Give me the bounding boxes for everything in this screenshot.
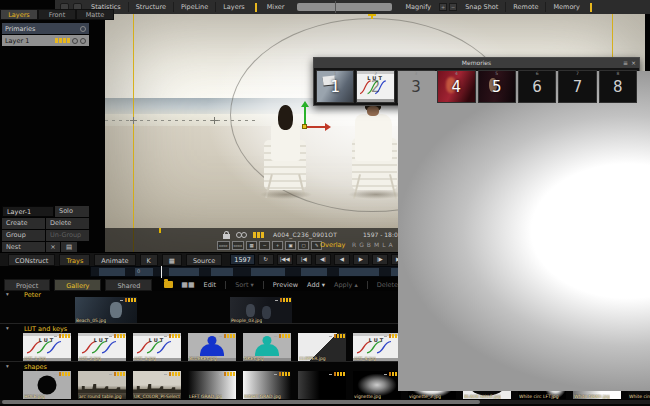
gallery-thumbnail[interactable]: Beach_05.jpg (75, 297, 137, 323)
layer-panel-tab-layers[interactable]: Layers (0, 9, 38, 20)
snapshot-button[interactable]: Snap Shot (458, 0, 505, 14)
shape-top-handle[interactable] (368, 14, 376, 16)
compare-split-icon[interactable]: ▭▭ (232, 241, 245, 250)
memory-slot-4[interactable]: 44 (437, 70, 475, 103)
gallery-thumbnail[interactable] (298, 371, 346, 399)
gallery-thumbnail[interactable]: RIGHT GRAD.jpg (243, 371, 291, 399)
memory-slot-7[interactable]: 77 (558, 70, 596, 103)
memory-slot-5[interactable]: 55 (478, 70, 516, 103)
thumbnail-grid-icon[interactable]: ▦▦ (181, 281, 194, 289)
mode-grid-icon[interactable]: ▦ (162, 254, 182, 266)
transport-play-reverse-button[interactable]: ◀ (334, 254, 350, 265)
transport-jump-start-button[interactable]: |◀◀ (277, 254, 293, 265)
ungroup-button[interactable]: Un-Group (46, 230, 89, 241)
edit-button[interactable]: Edit (204, 279, 217, 291)
memory-slot-8[interactable]: 88 (599, 70, 637, 103)
mix-view-icon[interactable]: ▦ (246, 241, 257, 250)
layer-panel-tab-matte[interactable]: Matte (76, 9, 114, 20)
lock-icon[interactable] (223, 231, 230, 239)
remote-button[interactable]: Remote (506, 0, 545, 14)
gallery-thumbnail[interactable]: BLUEKEY.jpg (188, 333, 236, 361)
magnify-minus-button[interactable]: − (449, 3, 457, 11)
gallery-thumbnail[interactable]: HOLE.jpg (23, 371, 71, 399)
primaries-row[interactable]: Primaries (2, 23, 89, 34)
transport-step-forward-button[interactable]: |▶ (372, 254, 388, 265)
gallery-tab-project[interactable]: Project (4, 279, 50, 291)
channel-m-button[interactable]: M (374, 241, 379, 248)
one-to-one-icon[interactable]: ▣ (285, 241, 296, 250)
group-button[interactable]: Group (2, 230, 45, 241)
gallery-thumbnail[interactable]: arc round table.jpg (78, 371, 126, 399)
memories-titlebar[interactable]: Memories ≡ × (314, 58, 639, 68)
solo-button[interactable]: Solo (55, 206, 89, 217)
folder-icon[interactable] (164, 281, 173, 288)
delete-tray-button[interactable]: Delete (377, 279, 398, 291)
channel-r-button[interactable]: R (352, 241, 356, 248)
zoom-out-icon[interactable]: − (259, 241, 270, 250)
collapse-icon[interactable]: ▾ (6, 325, 9, 331)
bypass-icon[interactable] (80, 38, 86, 44)
delete-button[interactable]: Delete (46, 218, 89, 229)
add-button[interactable]: Add ▾ (307, 279, 325, 291)
apply-button[interactable]: Apply ▴ (334, 279, 358, 291)
memories-menu-icon[interactable]: ≡ (623, 58, 628, 68)
memory-slot-1[interactable]: 11 (316, 70, 354, 103)
memories-close-icon[interactable]: × (631, 58, 636, 68)
gallery-thumbnail[interactable]: LEFT GRAD.jpg (188, 371, 236, 399)
transport-step-back-button[interactable]: ◀| (315, 254, 331, 265)
overlay-toggle[interactable]: Overlay (320, 241, 345, 249)
gizmo-x-axis[interactable] (306, 126, 326, 128)
memory-slot-6[interactable]: 66 (518, 70, 556, 103)
solo-icon[interactable] (72, 38, 78, 44)
preview-button[interactable]: Preview (273, 279, 298, 291)
gallery-thumbnail[interactable]: CLIPPER.jpg (298, 333, 346, 361)
mix-slider[interactable] (297, 3, 392, 11)
collapse-icon[interactable]: ▾ (6, 291, 9, 297)
channel-b-button[interactable]: B (367, 241, 371, 248)
transport-prev-cut-button[interactable]: |◀ (296, 254, 312, 265)
layer1-row[interactable]: Layer 1 (2, 35, 89, 46)
gallery-thumbnail[interactable]: LUTLUT_1.jpg (23, 333, 71, 361)
structure-button[interactable]: Structure (129, 0, 173, 14)
gallery-tab-gallery[interactable]: Gallery (54, 279, 101, 291)
compare-ab-icon[interactable]: ▭▭ (217, 241, 230, 250)
memory-slot-2[interactable]: 2LUT2 (356, 70, 394, 103)
keyframe-button[interactable]: K (140, 254, 158, 266)
gallery-thumbnail[interactable]: GKEY.jpg (243, 333, 291, 361)
bypass-icon[interactable] (80, 26, 86, 32)
gallery-thumbnail[interactable]: LUTLUT_3.jpg (133, 333, 181, 361)
playhead[interactable] (161, 266, 162, 278)
link-icon[interactable] (236, 232, 247, 238)
channel-g-button[interactable]: G (359, 241, 364, 248)
gallery-thumbnail[interactable]: LUTLUT_4.jpg (353, 333, 401, 361)
channel-l-button[interactable]: L (382, 241, 385, 248)
transport-play-button[interactable]: ▶ (353, 254, 369, 265)
zoom-in-icon[interactable]: + (272, 241, 283, 250)
trays-button[interactable]: Trays (59, 254, 90, 266)
collapse-icon[interactable]: ▾ (6, 363, 9, 369)
create-button[interactable]: Create (2, 218, 45, 229)
layers-button[interactable]: Layers (216, 0, 252, 14)
mixer-button[interactable]: Mixer (260, 0, 292, 14)
gallery-thumbnail[interactable]: vignette.jpg (353, 371, 401, 399)
memory-slot-3[interactable]: 33 (397, 70, 435, 103)
pipeline-button[interactable]: PipeLine (174, 0, 215, 14)
fit-view-icon[interactable]: ▢ (298, 241, 309, 250)
magnify-button[interactable]: Magnify (398, 0, 438, 14)
channel-a-button[interactable]: A (388, 241, 392, 248)
memory-button[interactable]: Memory (546, 0, 586, 14)
gallery-tab-shared[interactable]: Shared (105, 279, 152, 291)
source-button[interactable]: Source (186, 254, 222, 266)
transport-loop-button[interactable]: ↻ (258, 254, 274, 265)
current-frame-field[interactable]: 1597 (230, 254, 255, 265)
layer-panel-tab-front[interactable]: Front (38, 9, 76, 20)
gallery-thumbnail[interactable]: UK_COLOR_PI-SelectTITAN.jpg (133, 371, 181, 399)
horizontal-scrollbar[interactable] (0, 400, 650, 404)
gizmo-origin-handle[interactable] (302, 124, 307, 129)
layer-name-field[interactable]: Layer-1 (2, 206, 54, 217)
sort-button[interactable]: Sort ▾ (235, 279, 254, 291)
construct-button[interactable]: CONstruct (8, 254, 55, 266)
animate-button[interactable]: Animate (94, 254, 135, 266)
gallery-thumbnail[interactable]: People_03.jpg (230, 297, 292, 323)
magnify-plus-button[interactable]: + (439, 3, 447, 11)
